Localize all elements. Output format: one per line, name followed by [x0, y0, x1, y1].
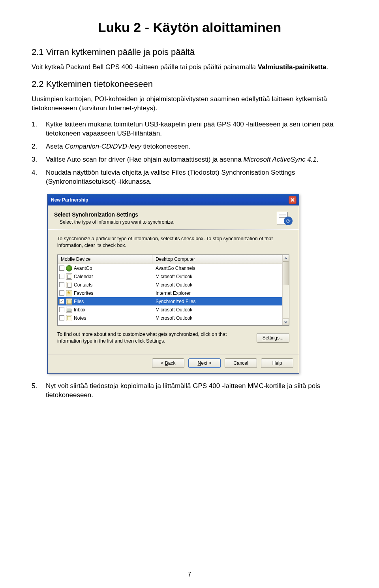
row-label: Calendar	[74, 274, 93, 279]
table-row[interactable]: InboxMicrosoft Outlook	[58, 305, 282, 314]
row-label: Contacts	[74, 282, 92, 288]
table-row[interactable]: ContactsMicrosoft Outlook	[58, 281, 282, 289]
scroll-track[interactable]	[283, 285, 289, 318]
calendar-icon	[66, 273, 72, 280]
favorites-icon	[66, 290, 72, 296]
step-text: Nyt voit siirtää tiedostoja kopioimalla …	[46, 382, 320, 399]
new-partnership-dialog: New Partnership Select Synchronization S…	[47, 194, 299, 374]
settings-text: To find out more about and to customize …	[57, 331, 250, 345]
list-item: 1. Kytke laitteen mukana toimitetun USB-…	[42, 120, 347, 138]
row-desktop: Microsoft Outlook	[152, 307, 282, 313]
scroll-up-button[interactable]	[283, 255, 289, 262]
chevron-down-icon	[284, 320, 287, 324]
list-item: 4. Noudata näyttöön tulevia ohjeita ja v…	[42, 168, 347, 187]
next-button[interactable]: Next >	[188, 358, 221, 368]
checkbox[interactable]	[59, 299, 64, 304]
column-header[interactable]: Mobile Device	[58, 255, 152, 264]
checkbox[interactable]	[59, 274, 64, 279]
dialog-body: Select Synchronization Settings Select t…	[48, 205, 299, 373]
sync-doc-icon: ⟳	[275, 211, 293, 225]
dialog-header-sub: Select the type of information you want …	[54, 219, 272, 225]
checkbox[interactable]	[59, 315, 64, 320]
dialog-header-title: Select Synchronization Settings	[54, 211, 272, 218]
step-italic: Microsoft ActiveSync 4.1	[244, 156, 317, 163]
dialog-footer: < Back Next > Cancel Help	[48, 354, 299, 373]
table-row[interactable]: FavoritesInternet Explorer	[58, 289, 282, 297]
scroll-thumb[interactable]	[283, 262, 289, 285]
close-icon	[291, 198, 295, 202]
list-item: 5. Nyt voit siirtää tiedostoja kopioimal…	[42, 382, 347, 400]
row-label: Favorites	[74, 290, 93, 296]
divider	[48, 229, 299, 230]
section-2-2-title: 2.2 Kytkeminen tietokoneeseen	[32, 79, 347, 89]
scrollbar[interactable]	[282, 255, 289, 325]
help-button[interactable]: Help	[261, 358, 293, 368]
sync-listbox[interactable]: Mobile Device Desktop Computer AvantGoAv…	[57, 254, 289, 326]
close-button[interactable]	[289, 196, 296, 204]
back-button[interactable]: < Back	[152, 358, 184, 368]
step-number: 2.	[32, 142, 37, 151]
row-desktop: Microsoft Outlook	[152, 282, 282, 288]
step-italic: Companion-CD/DVD-levy	[65, 143, 141, 150]
column-header[interactable]: Desktop Computer	[152, 255, 282, 264]
row-desktop: Microsoft Outlook	[152, 274, 282, 279]
window-title: New Partnership	[51, 197, 88, 203]
steps-list: 1. Kytke laitteen mukana toimitetun USB-…	[32, 120, 347, 187]
files-icon	[66, 298, 72, 305]
avantgo-icon	[66, 265, 72, 271]
inbox-icon	[66, 307, 72, 313]
list-item: 2. Aseta Companion-CD/DVD-levy tietokone…	[42, 142, 347, 151]
notes-icon	[66, 315, 72, 321]
row-label: Files	[74, 299, 84, 304]
row-label: AvantGo	[74, 266, 92, 271]
dialog-header: Select Synchronization Settings Select t…	[48, 205, 299, 229]
checkbox[interactable]	[59, 266, 64, 271]
step-text: Noudata näyttöön tulevia ohjeita ja vali…	[46, 169, 295, 185]
section-2-2-intro: Uusimpien karttojen, POI-kohteiden ja oh…	[32, 95, 347, 113]
row-label: Inbox	[74, 307, 85, 313]
row-desktop: Synchronized Files	[152, 299, 282, 304]
row-desktop: Internet Explorer	[152, 290, 282, 296]
step-text: Kytke laitteen mukana toimitetun USB-kaa…	[46, 121, 334, 137]
steps-list-after: 5. Nyt voit siirtää tiedostoja kopioimal…	[32, 382, 347, 400]
titlebar[interactable]: New Partnership	[48, 194, 299, 205]
step-text: .	[317, 156, 319, 163]
step-number: 5.	[32, 382, 37, 391]
text-bold: Valmiustila-painiketta	[258, 63, 326, 71]
scroll-down-button[interactable]	[283, 318, 289, 325]
checkbox[interactable]	[59, 290, 64, 296]
table-row[interactable]: AvantGoAvantGo Channels	[58, 264, 282, 272]
step-text: Aseta	[46, 143, 65, 150]
dialog-info-text: To synchronize a particular type of info…	[57, 236, 289, 249]
checkbox[interactable]	[59, 282, 64, 287]
text: Voit kytkeä Packard Bell GPS 400 -laitte…	[32, 63, 258, 71]
checkbox[interactable]	[59, 307, 64, 312]
step-text: Valitse Auto scan for driver (Hae ohjain…	[46, 156, 244, 163]
section-2-1-body: Voit kytkeä Packard Bell GPS 400 -laitte…	[32, 63, 347, 72]
step-number: 1.	[32, 120, 37, 129]
table-row[interactable]: CalendarMicrosoft Outlook	[58, 272, 282, 281]
table-row[interactable]: NotesMicrosoft Outlook	[58, 314, 282, 322]
settings-row: To find out more about and to customize …	[57, 331, 289, 345]
chapter-title: Luku 2 - Käytön aloittaminen	[32, 20, 347, 35]
text: .	[326, 63, 328, 71]
list-item: 3. Valitse Auto scan for driver (Hae ohj…	[42, 155, 347, 164]
cancel-button[interactable]: Cancel	[225, 358, 257, 368]
step-number: 4.	[32, 168, 37, 177]
listbox-header: Mobile Device Desktop Computer	[58, 255, 282, 264]
row-desktop: Microsoft Outlook	[152, 315, 282, 321]
step-number: 3.	[32, 155, 37, 164]
row-desktop: AvantGo Channels	[152, 266, 282, 271]
table-row[interactable]: FilesSynchronized Files	[58, 297, 282, 305]
settings-button[interactable]: Settings...	[257, 333, 289, 343]
row-label: Notes	[74, 315, 86, 321]
section-2-1-title: 2.1 Virran kytkeminen päälle ja pois pää…	[32, 47, 347, 57]
chevron-up-icon	[284, 257, 287, 260]
contacts-icon	[66, 282, 72, 288]
step-text: tietokoneeseen.	[141, 143, 191, 150]
page-number: 7	[0, 571, 379, 579]
